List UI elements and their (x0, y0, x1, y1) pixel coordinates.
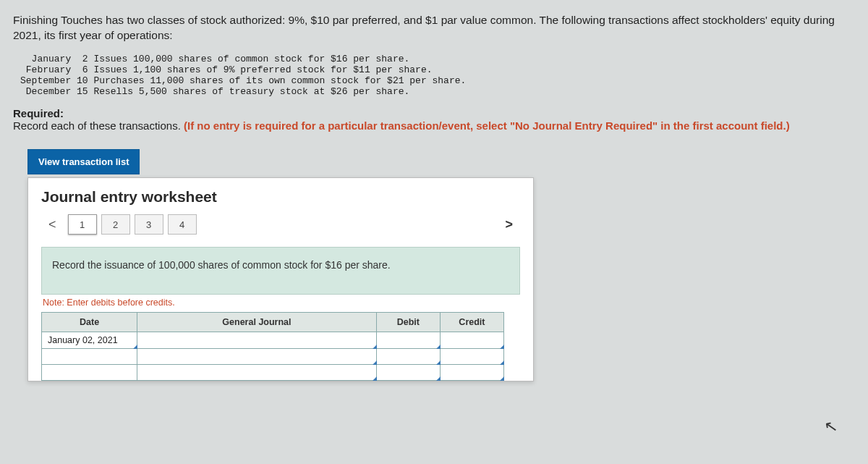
required-label: Required: (13, 107, 855, 119)
journal-entry-table: Date General Journal Debit Credit Januar… (41, 312, 504, 381)
chevron-left-icon[interactable]: < (41, 214, 64, 235)
col-header-general-journal: General Journal (137, 312, 377, 332)
credit-cell[interactable] (440, 364, 503, 380)
page-tab-1[interactable]: 1 (68, 214, 97, 235)
problem-intro: Finishing Touches has two classes of sto… (13, 13, 855, 43)
table-row (42, 364, 504, 380)
required-note: (If no entry is required for a particula… (184, 119, 790, 132)
credit-cell[interactable] (440, 348, 503, 364)
debit-cell[interactable] (376, 332, 440, 348)
general-journal-cell[interactable] (137, 364, 377, 380)
worksheet-title: Journal entry worksheet (41, 188, 520, 206)
debits-before-credits-note: Note: Enter debits before credits. (43, 298, 520, 308)
date-cell[interactable]: January 02, 2021 (42, 332, 137, 348)
col-header-credit: Credit (440, 312, 503, 332)
journal-worksheet-panel: Journal entry worksheet < 1 2 3 4 > Reco… (27, 177, 534, 381)
general-journal-cell[interactable] (137, 332, 377, 348)
view-transaction-list-button[interactable]: View transaction list (27, 149, 140, 174)
cursor-icon: ↖ (823, 417, 839, 438)
col-header-date: Date (42, 312, 137, 332)
general-journal-cell[interactable] (137, 348, 377, 364)
dropdown-icon (500, 376, 504, 381)
date-cell[interactable] (42, 348, 137, 364)
page-tab-4[interactable]: 4 (168, 214, 197, 235)
worksheet-pager: < 1 2 3 4 > (41, 214, 520, 235)
table-row (42, 348, 504, 364)
chevron-right-icon[interactable]: > (498, 214, 520, 235)
transaction-list: January 2 Issues 100,000 shares of commo… (20, 54, 855, 97)
date-cell[interactable] (42, 364, 137, 380)
page-tab-2[interactable]: 2 (101, 214, 130, 235)
entry-instruction: Record the issuance of 100,000 shares of… (41, 247, 520, 295)
debit-cell[interactable] (376, 348, 440, 364)
credit-cell[interactable] (440, 332, 503, 348)
required-text: Record each of these transactions. (13, 119, 184, 132)
page-tab-3[interactable]: 3 (135, 214, 163, 235)
debit-cell[interactable] (376, 364, 440, 380)
col-header-debit: Debit (376, 312, 440, 332)
table-row: January 02, 2021 (42, 332, 504, 348)
